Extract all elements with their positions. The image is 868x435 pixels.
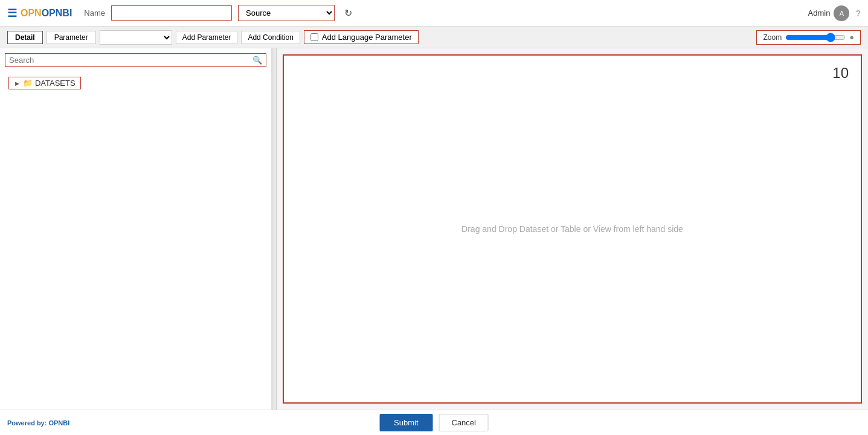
canvas-number: 10 [832,65,849,82]
menu-icon[interactable]: ☰ [7,7,17,20]
source-select[interactable]: Source Source 1 Source 2 [238,5,335,21]
admin-section: Admin A [808,5,850,21]
left-panel: 🔍 ► 📁 DATASETS [0,48,272,410]
footer-brand: Powered by: OPNBI [7,419,69,427]
help-button[interactable]: ? [855,8,861,18]
search-input[interactable] [9,56,252,65]
logo-text: OPNOPNBI [21,8,72,19]
header-right: Admin A ? [808,5,861,21]
search-icon: 🔍 [252,56,262,65]
datasets-label: DATASETS [35,79,76,88]
name-input[interactable] [111,5,232,21]
submit-button[interactable]: Submit [379,414,432,431]
zoom-label: Zoom [763,33,782,42]
footer-actions: Submit Cancel [379,414,489,431]
cancel-button[interactable]: Cancel [439,414,489,431]
add-language-label: Add Language Parameter [322,33,412,42]
list-item[interactable]: ► 📁 DATASETS [5,74,266,92]
language-parameter-area: Add Language Parameter [304,30,419,44]
refresh-button[interactable]: ↻ [341,6,356,20]
datasets-node[interactable]: ► 📁 DATASETS [8,77,81,89]
add-parameter-button[interactable]: Add Parameter [176,31,238,44]
footer-brand-name: OPNBI [48,419,69,427]
folder-icon: 📁 [23,79,33,88]
zoom-area: Zoom ● [756,30,861,45]
canvas-hint: Drag and Drop Dataset or Table or View f… [461,224,683,234]
tree-area: ► 📁 DATASETS [0,72,271,410]
parameter-tab[interactable]: Parameter [47,31,96,44]
add-language-checkbox[interactable] [310,33,318,41]
logo-highlight: OPN [21,8,42,18]
canvas-area[interactable]: 10 Drag and Drop Dataset or Table or Vie… [283,54,862,404]
zoom-slider[interactable] [785,33,846,42]
zoom-icon: ● [849,33,854,42]
panel-resizer[interactable] [272,48,277,410]
search-box: 🔍 [5,53,266,67]
header: ☰ OPNOPNBI Name Source Source 1 Source 2… [0,0,868,27]
logo: ☰ OPNOPNBI [7,7,72,20]
admin-label: Admin [808,8,831,18]
detail-tab[interactable]: Detail [7,31,43,44]
main-content: 🔍 ► 📁 DATASETS 10 Drag and Drop Dataset … [0,48,868,410]
footer: Powered by: OPNBI Submit Cancel [0,410,868,435]
add-condition-button[interactable]: Add Condition [241,31,300,44]
expand-icon: ► [14,80,21,87]
parameter-dropdown[interactable] [100,30,172,45]
right-panel: 10 Drag and Drop Dataset or Table or Vie… [277,48,868,410]
avatar: A [834,5,849,21]
name-label: Name [84,8,105,18]
toolbar: Detail Parameter Add Parameter Add Condi… [0,27,868,48]
